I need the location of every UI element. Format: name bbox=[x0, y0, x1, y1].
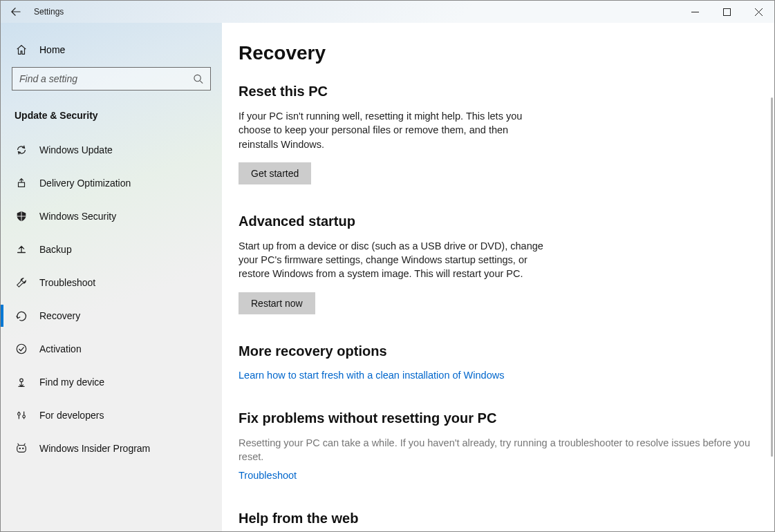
sidebar-item-troubleshoot[interactable]: Troubleshoot bbox=[1, 266, 222, 299]
window-title: Settings bbox=[34, 7, 64, 17]
delivery-icon bbox=[15, 177, 28, 189]
titlebar: Settings bbox=[1, 1, 774, 23]
reset-section: Reset this PC If your PC isn't running w… bbox=[239, 84, 758, 184]
home-label: Home bbox=[39, 44, 65, 55]
advanced-heading: Advanced startup bbox=[239, 213, 758, 229]
arrow-left-icon bbox=[11, 7, 21, 17]
sidebar-item-windows-update[interactable]: Windows Update bbox=[1, 133, 222, 167]
search-icon bbox=[193, 73, 203, 84]
reset-heading: Reset this PC bbox=[239, 84, 758, 99]
wrench-icon bbox=[15, 276, 28, 289]
sidebar-item-windows-security[interactable]: Windows Security bbox=[1, 200, 222, 233]
svg-rect-11 bbox=[17, 446, 26, 453]
help-heading: Help from the web bbox=[239, 511, 758, 526]
home-nav[interactable]: Home bbox=[1, 37, 222, 63]
content-area: Recovery Reset this PC If your PC isn't … bbox=[222, 23, 774, 531]
dev-icon bbox=[15, 409, 28, 421]
sidebar-category: Update & Security bbox=[1, 103, 222, 133]
close-button[interactable] bbox=[743, 1, 774, 23]
svg-point-10 bbox=[23, 415, 26, 418]
sidebar-item-label: Windows Security bbox=[39, 211, 116, 222]
sidebar-item-label: Delivery Optimization bbox=[39, 178, 131, 189]
more-recovery-section: More recovery options Learn how to start… bbox=[239, 343, 758, 381]
sidebar: Home Update & Security Windows Update De… bbox=[1, 23, 222, 531]
maximize-icon bbox=[723, 8, 731, 16]
sidebar-item-label: Backup bbox=[39, 244, 72, 255]
sidebar-item-find-my-device[interactable]: Find my device bbox=[1, 365, 222, 399]
minimize-button[interactable] bbox=[679, 1, 711, 23]
sidebar-item-for-developers[interactable]: For developers bbox=[1, 399, 222, 432]
page-title: Recovery bbox=[239, 42, 758, 64]
scrollbar[interactable] bbox=[771, 97, 773, 457]
fix-heading: Fix problems without resetting your PC bbox=[239, 410, 758, 426]
get-started-button[interactable]: Get started bbox=[239, 162, 311, 184]
sidebar-item-label: Recovery bbox=[39, 310, 80, 321]
sidebar-item-label: Find my device bbox=[39, 377, 104, 388]
sidebar-item-label: Windows Insider Program bbox=[39, 443, 150, 454]
start-fresh-link[interactable]: Learn how to start fresh with a clean in… bbox=[239, 370, 504, 381]
back-button[interactable] bbox=[1, 1, 31, 23]
svg-point-6 bbox=[20, 379, 24, 382]
sidebar-item-label: For developers bbox=[39, 410, 104, 421]
sidebar-item-label: Troubleshoot bbox=[39, 277, 95, 288]
locate-icon bbox=[15, 376, 28, 388]
check-icon bbox=[15, 343, 28, 355]
fix-description: Resetting your PC can take a while. If y… bbox=[239, 436, 758, 464]
sidebar-item-label: Windows Update bbox=[39, 144, 113, 155]
recovery-icon bbox=[15, 310, 28, 322]
svg-point-8 bbox=[18, 412, 21, 415]
sidebar-item-activation[interactable]: Activation bbox=[1, 332, 222, 365]
sidebar-item-windows-insider[interactable]: Windows Insider Program bbox=[1, 432, 222, 465]
svg-rect-1 bbox=[723, 8, 730, 15]
window-controls bbox=[679, 1, 774, 23]
svg-rect-4 bbox=[19, 182, 25, 187]
more-heading: More recovery options bbox=[239, 343, 758, 359]
shield-icon bbox=[15, 210, 28, 222]
insider-icon bbox=[15, 442, 28, 455]
svg-point-5 bbox=[17, 344, 26, 354]
svg-point-2 bbox=[194, 75, 200, 81]
svg-point-13 bbox=[22, 448, 24, 449]
svg-point-12 bbox=[19, 448, 21, 449]
backup-icon bbox=[15, 243, 28, 256]
sidebar-item-delivery-optimization[interactable]: Delivery Optimization bbox=[1, 167, 222, 200]
search-input[interactable] bbox=[19, 73, 193, 84]
help-from-web-section: Help from the web bbox=[239, 511, 758, 526]
restart-now-button[interactable]: Restart now bbox=[239, 292, 315, 314]
search-box[interactable] bbox=[12, 67, 211, 91]
sidebar-item-backup[interactable]: Backup bbox=[1, 233, 222, 266]
minimize-icon bbox=[691, 8, 699, 16]
svg-line-3 bbox=[200, 81, 203, 84]
close-icon bbox=[755, 8, 763, 16]
home-icon bbox=[15, 44, 28, 56]
reset-description: If your PC isn't running well, resetting… bbox=[239, 109, 550, 151]
advanced-description: Start up from a device or disc (such as … bbox=[239, 239, 550, 281]
sidebar-item-recovery[interactable]: Recovery bbox=[1, 299, 222, 332]
troubleshoot-link[interactable]: Troubleshoot bbox=[239, 470, 297, 481]
sidebar-item-label: Activation bbox=[39, 343, 82, 354]
advanced-startup-section: Advanced startup Start up from a device … bbox=[239, 213, 758, 314]
sync-icon bbox=[15, 144, 28, 156]
maximize-button[interactable] bbox=[711, 1, 743, 23]
fix-problems-section: Fix problems without resetting your PC R… bbox=[239, 410, 758, 482]
